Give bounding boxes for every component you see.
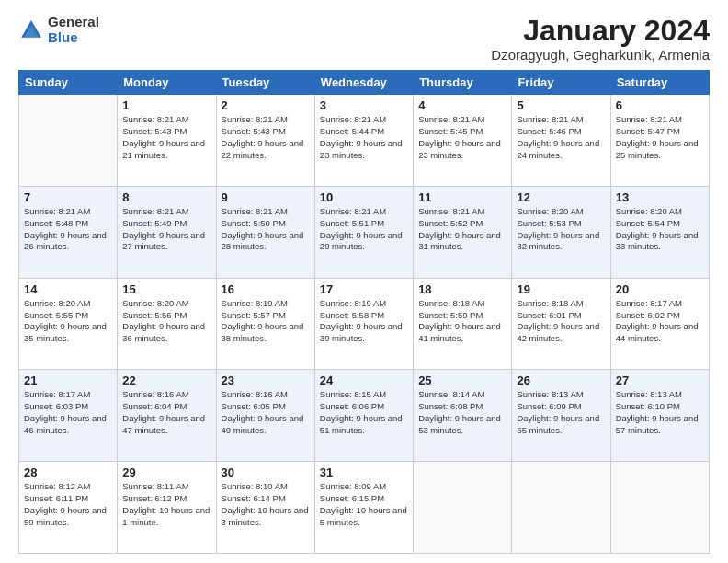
table-row: 27 Sunrise: 8:13 AMSunset: 6:10 PMDaylig… — [610, 370, 709, 462]
day-number: 1 — [122, 98, 210, 112]
table-row: 8 Sunrise: 8:21 AMSunset: 5:49 PMDayligh… — [118, 186, 216, 278]
day-info: Sunrise: 8:20 AMSunset: 5:54 PMDaylight:… — [616, 206, 699, 251]
logo: General Blue — [18, 15, 99, 45]
day-info: Sunrise: 8:21 AMSunset: 5:45 PMDaylight:… — [418, 114, 501, 159]
day-number: 11 — [418, 190, 506, 204]
day-number: 14 — [24, 282, 112, 296]
calendar-row: 14 Sunrise: 8:20 AMSunset: 5:55 PMDaylig… — [19, 278, 710, 370]
table-row — [610, 462, 709, 554]
day-info: Sunrise: 8:20 AMSunset: 5:55 PMDaylight:… — [24, 298, 107, 343]
header-saturday: Saturday — [610, 71, 709, 95]
day-number: 22 — [122, 373, 210, 387]
table-row: 5 Sunrise: 8:21 AMSunset: 5:46 PMDayligh… — [512, 95, 610, 187]
day-info: Sunrise: 8:13 AMSunset: 6:10 PMDaylight:… — [616, 389, 699, 434]
table-row: 4 Sunrise: 8:21 AMSunset: 5:45 PMDayligh… — [414, 95, 512, 187]
page: General Blue January 2024 Dzoragyugh, Ge… — [0, 0, 728, 563]
day-number: 10 — [320, 190, 408, 204]
day-info: Sunrise: 8:11 AMSunset: 6:12 PMDaylight:… — [122, 481, 210, 526]
day-number: 3 — [320, 98, 408, 112]
day-number: 13 — [616, 190, 704, 204]
table-row: 10 Sunrise: 8:21 AMSunset: 5:51 PMDaylig… — [314, 186, 413, 278]
day-info: Sunrise: 8:21 AMSunset: 5:49 PMDaylight:… — [122, 206, 205, 251]
day-number: 9 — [222, 190, 310, 204]
day-info: Sunrise: 8:21 AMSunset: 5:50 PMDaylight:… — [222, 206, 304, 251]
calendar-header-row: Sunday Monday Tuesday Wednesday Thursday… — [19, 71, 710, 95]
day-number: 5 — [517, 98, 605, 112]
day-number: 8 — [122, 190, 210, 204]
table-row: 23 Sunrise: 8:16 AMSunset: 6:05 PMDaylig… — [216, 370, 314, 462]
table-row: 6 Sunrise: 8:21 AMSunset: 5:47 PMDayligh… — [610, 95, 709, 187]
day-number: 26 — [517, 373, 605, 387]
day-info: Sunrise: 8:21 AMSunset: 5:51 PMDaylight:… — [320, 206, 403, 251]
day-number: 19 — [517, 282, 605, 296]
day-number: 7 — [24, 190, 112, 204]
day-info: Sunrise: 8:21 AMSunset: 5:47 PMDaylight:… — [616, 114, 699, 159]
calendar-row: 7 Sunrise: 8:21 AMSunset: 5:48 PMDayligh… — [19, 186, 710, 278]
day-number: 18 — [418, 282, 506, 296]
day-number: 15 — [122, 282, 210, 296]
table-row: 16 Sunrise: 8:19 AMSunset: 5:57 PMDaylig… — [216, 278, 314, 370]
table-row — [19, 95, 118, 187]
table-row: 28 Sunrise: 8:12 AMSunset: 6:11 PMDaylig… — [19, 462, 118, 554]
day-number: 25 — [418, 373, 506, 387]
day-info: Sunrise: 8:21 AMSunset: 5:44 PMDaylight:… — [320, 114, 403, 159]
day-info: Sunrise: 8:19 AMSunset: 5:58 PMDaylight:… — [320, 298, 403, 343]
day-info: Sunrise: 8:20 AMSunset: 5:56 PMDaylight:… — [122, 298, 205, 343]
month-title: January 2024 — [491, 15, 710, 47]
logo-text: General Blue — [48, 15, 99, 45]
day-info: Sunrise: 8:20 AMSunset: 5:53 PMDaylight:… — [517, 206, 599, 251]
table-row: 22 Sunrise: 8:16 AMSunset: 6:04 PMDaylig… — [118, 370, 216, 462]
day-info: Sunrise: 8:10 AMSunset: 6:14 PMDaylight:… — [222, 481, 309, 526]
day-number: 20 — [616, 282, 704, 296]
day-info: Sunrise: 8:21 AMSunset: 5:43 PMDaylight:… — [122, 114, 205, 159]
day-info: Sunrise: 8:16 AMSunset: 6:04 PMDaylight:… — [122, 389, 205, 434]
table-row: 11 Sunrise: 8:21 AMSunset: 5:52 PMDaylig… — [414, 186, 512, 278]
calendar-row: 21 Sunrise: 8:17 AMSunset: 6:03 PMDaylig… — [19, 370, 710, 462]
day-number: 31 — [320, 465, 408, 479]
table-row: 15 Sunrise: 8:20 AMSunset: 5:56 PMDaylig… — [118, 278, 216, 370]
day-number: 17 — [320, 282, 408, 296]
table-row: 7 Sunrise: 8:21 AMSunset: 5:48 PMDayligh… — [19, 186, 118, 278]
day-info: Sunrise: 8:21 AMSunset: 5:46 PMDaylight:… — [517, 114, 599, 159]
header-monday: Monday — [118, 71, 216, 95]
day-info: Sunrise: 8:12 AMSunset: 6:11 PMDaylight:… — [24, 481, 107, 526]
day-number: 28 — [24, 465, 112, 479]
day-info: Sunrise: 8:19 AMSunset: 5:57 PMDaylight:… — [222, 298, 304, 343]
day-info: Sunrise: 8:13 AMSunset: 6:09 PMDaylight:… — [517, 389, 599, 434]
calendar-row: 1 Sunrise: 8:21 AMSunset: 5:43 PMDayligh… — [19, 95, 710, 187]
table-row: 25 Sunrise: 8:14 AMSunset: 6:08 PMDaylig… — [414, 370, 512, 462]
day-number: 29 — [122, 465, 210, 479]
table-row: 17 Sunrise: 8:19 AMSunset: 5:58 PMDaylig… — [314, 278, 413, 370]
header: General Blue January 2024 Dzoragyugh, Ge… — [18, 15, 710, 63]
day-info: Sunrise: 8:15 AMSunset: 6:06 PMDaylight:… — [320, 389, 403, 434]
table-row: 19 Sunrise: 8:18 AMSunset: 6:01 PMDaylig… — [512, 278, 610, 370]
logo-general: General — [48, 15, 99, 30]
table-row — [512, 462, 610, 554]
day-info: Sunrise: 8:16 AMSunset: 6:05 PMDaylight:… — [222, 389, 304, 434]
header-wednesday: Wednesday — [314, 71, 413, 95]
table-row: 14 Sunrise: 8:20 AMSunset: 5:55 PMDaylig… — [19, 278, 118, 370]
header-sunday: Sunday — [19, 71, 118, 95]
table-row: 18 Sunrise: 8:18 AMSunset: 5:59 PMDaylig… — [414, 278, 512, 370]
day-info: Sunrise: 8:21 AMSunset: 5:48 PMDaylight:… — [24, 206, 107, 251]
day-number: 23 — [222, 373, 310, 387]
day-info: Sunrise: 8:18 AMSunset: 6:01 PMDaylight:… — [517, 298, 599, 343]
day-number: 21 — [24, 373, 112, 387]
day-info: Sunrise: 8:09 AMSunset: 6:15 PMDaylight:… — [320, 481, 407, 526]
day-number: 30 — [222, 465, 310, 479]
calendar-row: 28 Sunrise: 8:12 AMSunset: 6:11 PMDaylig… — [19, 462, 710, 554]
table-row: 9 Sunrise: 8:21 AMSunset: 5:50 PMDayligh… — [216, 186, 314, 278]
logo-icon — [18, 17, 44, 43]
table-row: 21 Sunrise: 8:17 AMSunset: 6:03 PMDaylig… — [19, 370, 118, 462]
table-row: 24 Sunrise: 8:15 AMSunset: 6:06 PMDaylig… — [314, 370, 413, 462]
day-number: 2 — [222, 98, 310, 112]
table-row: 1 Sunrise: 8:21 AMSunset: 5:43 PMDayligh… — [118, 95, 216, 187]
day-info: Sunrise: 8:21 AMSunset: 5:43 PMDaylight:… — [222, 114, 304, 159]
day-number: 12 — [517, 190, 605, 204]
day-number: 6 — [616, 98, 704, 112]
header-thursday: Thursday — [414, 71, 512, 95]
title-block: January 2024 Dzoragyugh, Gegharkunik, Ar… — [491, 15, 710, 63]
logo-blue: Blue — [48, 30, 99, 46]
day-info: Sunrise: 8:17 AMSunset: 6:03 PMDaylight:… — [24, 389, 107, 434]
day-number: 24 — [320, 373, 408, 387]
